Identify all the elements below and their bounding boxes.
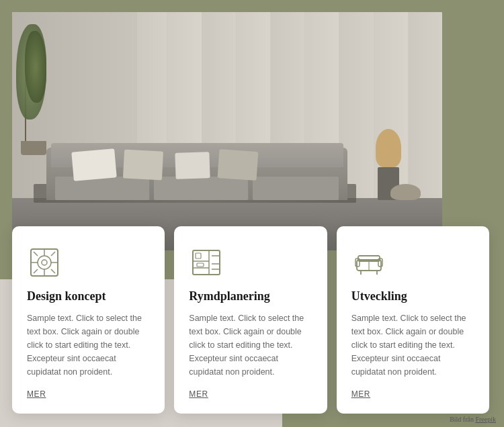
page-wrapper: Design koncept Sample text. Click to sel… bbox=[0, 0, 504, 427]
freepik-credit-text: Bild från bbox=[450, 416, 475, 423]
card-rymdplanering: Rymdplanering Sample text. Click to sele… bbox=[174, 226, 327, 414]
card-text-design: Sample text. Click to select the text bo… bbox=[27, 312, 150, 379]
freepik-link[interactable]: Freepik bbox=[475, 416, 496, 423]
freepik-credit: Bild från Freepik bbox=[450, 416, 496, 423]
svg-point-1 bbox=[38, 256, 51, 269]
cards-container: Design koncept Sample text. Click to sel… bbox=[12, 226, 489, 414]
card-design-koncept: Design koncept Sample text. Click to sel… bbox=[12, 226, 165, 414]
svg-point-2 bbox=[42, 260, 47, 265]
card-utveckling: Utveckling Sample text. Click to select … bbox=[337, 226, 489, 414]
svg-rect-12 bbox=[197, 263, 204, 267]
sofa-icon bbox=[351, 245, 386, 280]
card-text-utveckling: Sample text. Click to select the text bo… bbox=[351, 312, 474, 379]
svg-rect-11 bbox=[196, 253, 201, 258]
room-bg bbox=[12, 12, 442, 250]
card-link-design[interactable]: MER bbox=[27, 389, 150, 399]
card-link-utveckling[interactable]: MER bbox=[351, 389, 474, 399]
card-text-rymd: Sample text. Click to select the text bo… bbox=[189, 312, 312, 379]
floor-plan-icon bbox=[189, 245, 224, 280]
svg-rect-7 bbox=[193, 250, 220, 275]
card-title-rymd: Rymdplanering bbox=[189, 289, 312, 303]
hero-image bbox=[12, 12, 442, 250]
card-link-rymd[interactable]: MER bbox=[189, 389, 312, 399]
design-icon bbox=[27, 245, 62, 280]
card-title-design: Design koncept bbox=[27, 289, 150, 303]
card-title-utveckling: Utveckling bbox=[351, 289, 474, 303]
